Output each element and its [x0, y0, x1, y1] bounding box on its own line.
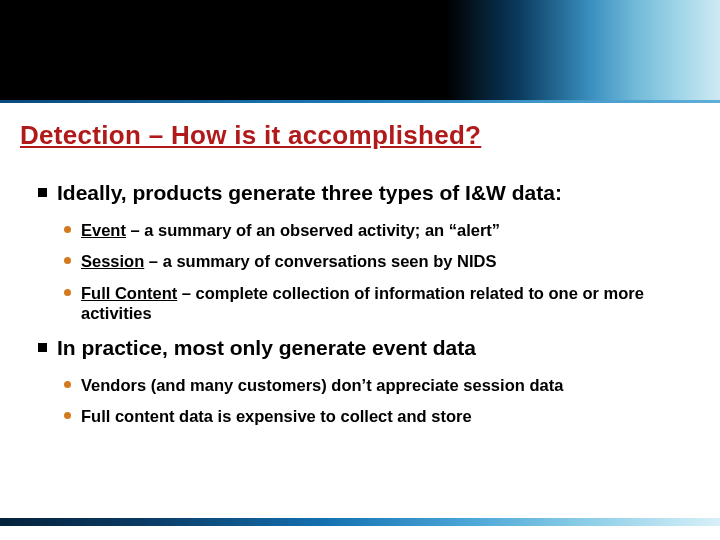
square-bullet-icon: [38, 343, 47, 352]
term-fullcontent: Full Content: [81, 284, 177, 302]
dot-bullet-icon: [64, 381, 71, 388]
footer-gradient-bar: [0, 518, 720, 526]
term-event: Event: [81, 221, 126, 239]
sub-bullet-vendors: Vendors (and many customers) don’t appre…: [64, 375, 692, 396]
sub-bullet-expensive: Full content data is expensive to collec…: [64, 406, 692, 427]
sub-bullet-event: Event – a summary of an observed activit…: [64, 220, 692, 241]
slide-title: Detection – How is it accomplished?: [20, 120, 481, 151]
dot-bullet-icon: [64, 257, 71, 264]
bullet-1-text: Ideally, products generate three types o…: [57, 180, 562, 206]
sub-expensive-text: Full content data is expensive to collec…: [81, 406, 472, 427]
square-bullet-icon: [38, 188, 47, 197]
desc-event: – a summary of an observed activity; an …: [126, 221, 500, 239]
sub-bullet-session: Session – a summary of conversations see…: [64, 251, 692, 272]
slide: Detection – How is it accomplished? Idea…: [0, 0, 720, 540]
page-number: 12: [0, 527, 720, 538]
dot-bullet-icon: [64, 412, 71, 419]
term-session: Session: [81, 252, 144, 270]
sub-bullet-fullcontent: Full Content – complete collection of in…: [64, 283, 692, 324]
dot-bullet-icon: [64, 289, 71, 296]
desc-session: – a summary of conversations seen by NID…: [144, 252, 496, 270]
bullet-2: In practice, most only generate event da…: [38, 335, 692, 361]
bullet-2-sublist: Vendors (and many customers) don’t appre…: [64, 375, 692, 427]
slide-body: Ideally, products generate three types o…: [38, 180, 692, 438]
bullet-1-sublist: Event – a summary of an observed activit…: [64, 220, 692, 325]
dot-bullet-icon: [64, 226, 71, 233]
header-banner: [0, 0, 720, 100]
bullet-2-text: In practice, most only generate event da…: [57, 335, 476, 361]
bullet-1: Ideally, products generate three types o…: [38, 180, 692, 206]
sub-vendors-text: Vendors (and many customers) don’t appre…: [81, 375, 563, 396]
